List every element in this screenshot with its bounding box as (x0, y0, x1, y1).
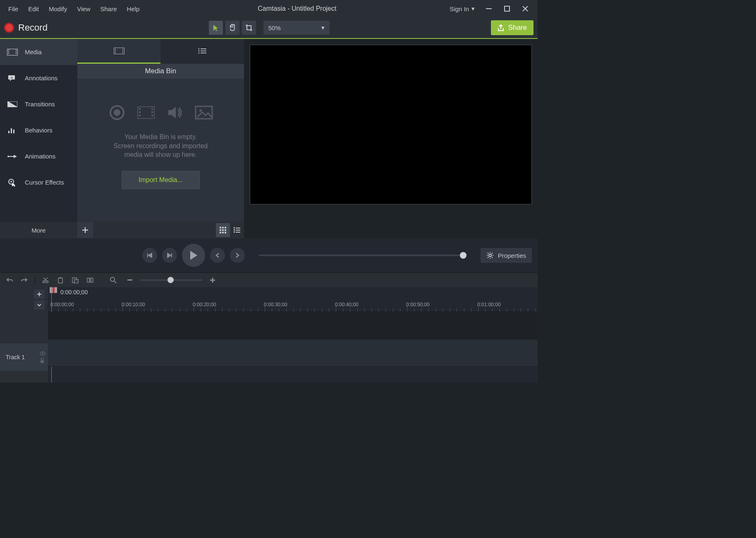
timeline-toolbar (0, 272, 538, 287)
timeline-tracks (48, 312, 538, 382)
svg-rect-45 (225, 229, 226, 231)
signin-button[interactable]: Sign In ▾ (450, 5, 475, 12)
close-button[interactable] (521, 5, 529, 13)
sidebar-item-media[interactable]: Media (0, 39, 77, 65)
svg-point-64 (110, 277, 115, 281)
svg-rect-21 (122, 50, 123, 51)
svg-rect-51 (234, 229, 235, 231)
svg-rect-33 (139, 111, 141, 113)
crop-tool[interactable] (242, 21, 256, 35)
record-button[interactable]: Record (4, 22, 48, 33)
chevron-down-icon: ▾ (321, 24, 325, 31)
sidebar-item-cursor-effects[interactable]: Cursor Effects (0, 169, 77, 195)
next-frame-button[interactable] (162, 248, 177, 263)
playhead[interactable] (50, 287, 57, 293)
lock-icon[interactable] (40, 358, 45, 363)
svg-rect-44 (222, 229, 224, 231)
empty-line1: Your Media Bin is empty. (114, 132, 208, 142)
prev-frame-button[interactable] (142, 248, 157, 263)
slider-handle[interactable] (167, 277, 174, 283)
sidebar-item-behaviors[interactable]: Behaviors (0, 117, 77, 143)
split-button[interactable] (84, 274, 96, 286)
svg-rect-49 (234, 227, 235, 228)
paste-button[interactable] (69, 274, 81, 286)
menu-help[interactable]: Help (122, 2, 145, 16)
sidebar-item-annotations[interactable]: a Annotations (0, 65, 77, 91)
eye-icon[interactable] (40, 351, 45, 355)
menu-view[interactable]: View (72, 2, 95, 16)
sidebar-item-animations[interactable]: Animations (0, 143, 77, 169)
playback-scrubber[interactable] (259, 255, 467, 256)
svg-rect-20 (122, 49, 123, 50)
empty-text: Your Media Bin is empty. Screen recordin… (114, 132, 208, 159)
timeline-ruler[interactable]: 0:00:00;00 0:00:00;000:00:10;000:00:20;0… (48, 287, 538, 312)
tab-thumbnails[interactable] (77, 39, 161, 64)
pointer-tool[interactable] (209, 21, 223, 35)
list-view-button[interactable] (230, 223, 244, 237)
svg-rect-40 (220, 227, 221, 228)
prev-button[interactable] (210, 248, 225, 263)
svg-rect-37 (151, 115, 153, 116)
svg-point-25 (199, 50, 200, 51)
hand-tool[interactable] (225, 21, 239, 35)
sidebar-item-label: Annotations (25, 74, 57, 82)
list-icon (198, 48, 206, 54)
svg-rect-61 (74, 279, 78, 283)
track-1-header[interactable]: Track 1 (0, 343, 48, 371)
properties-button[interactable]: Properties (481, 248, 532, 263)
svg-rect-28 (201, 53, 206, 53)
grid-view-button[interactable] (216, 223, 230, 237)
copy-button[interactable] (54, 274, 67, 286)
main-area: Media a Annotations Transitions Behavior… (0, 39, 538, 238)
timeline-zoom-slider[interactable] (140, 279, 202, 281)
timeline: Track 1 0:00:00;00 0:00:00;000:00:10;000… (0, 287, 538, 382)
svg-rect-47 (222, 232, 224, 233)
empty-line2: Screen recordings and imported (114, 142, 208, 151)
track-1-label: Track 1 (6, 354, 25, 360)
canvas[interactable] (250, 45, 532, 204)
svg-text:a: a (11, 76, 13, 79)
sidebar-more[interactable]: More (0, 222, 77, 238)
import-media-button[interactable]: Import Media... (122, 171, 200, 189)
timeline-main[interactable]: 0:00:00;00 0:00:00;000:00:10;000:00:20;0… (48, 287, 538, 382)
list-icon (234, 227, 240, 233)
image-icon (195, 103, 213, 122)
maximize-button[interactable] (503, 5, 511, 13)
sidebar-item-transitions[interactable]: Transitions (0, 91, 77, 117)
menu-share[interactable]: Share (95, 2, 122, 16)
next-button[interactable] (230, 248, 245, 263)
menu-modify[interactable]: Modify (44, 2, 72, 16)
bin-icons (108, 103, 213, 122)
svg-rect-24 (201, 48, 206, 49)
add-track-button[interactable] (34, 290, 45, 299)
panel-body: Your Media Bin is empty. Screen recordin… (77, 79, 244, 222)
menu-edit[interactable]: Edit (23, 2, 44, 16)
zoom-out-button[interactable] (124, 274, 136, 286)
svg-rect-41 (222, 227, 224, 228)
svg-rect-26 (201, 50, 206, 51)
cut-button[interactable] (39, 274, 52, 286)
collapse-button[interactable] (34, 300, 45, 310)
redo-button[interactable] (18, 274, 31, 286)
minimize-button[interactable] (485, 5, 493, 13)
svg-rect-58 (58, 278, 62, 283)
menu-file[interactable]: File (3, 2, 23, 16)
svg-rect-62 (87, 278, 89, 282)
scrubber-handle[interactable] (460, 252, 467, 259)
play-button[interactable] (182, 244, 205, 267)
svg-rect-63 (91, 278, 93, 282)
zoom-select[interactable]: 50% ▾ (263, 21, 330, 35)
share-button[interactable]: Share (491, 20, 534, 35)
add-button[interactable] (77, 222, 93, 238)
tab-list[interactable] (160, 39, 244, 64)
svg-rect-19 (115, 52, 116, 53)
chevron-down-icon: ▾ (471, 5, 475, 12)
svg-rect-1 (505, 6, 510, 11)
tick-label: 0:00:00;00 (50, 302, 74, 307)
undo-button[interactable] (3, 274, 16, 286)
svg-rect-4 (8, 51, 9, 52)
audio-icon (166, 103, 184, 122)
zoom-in-button[interactable] (206, 274, 219, 286)
track-1-lane[interactable] (48, 339, 538, 367)
record-icon (4, 23, 14, 33)
